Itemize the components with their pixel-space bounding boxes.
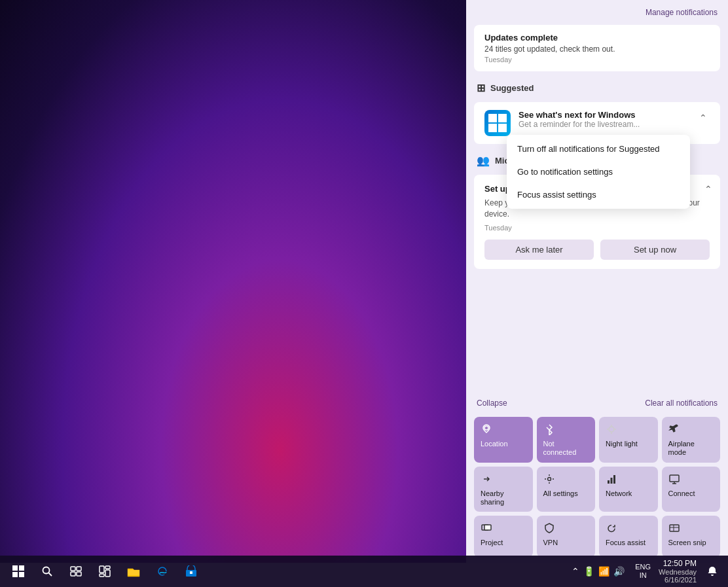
task-view-button[interactable] xyxy=(63,558,89,584)
clear-all-link[interactable]: Clear all notifications xyxy=(645,399,718,408)
svg-rect-25 xyxy=(19,572,24,577)
notification-panel: Manage notifications Updates complete 24… xyxy=(466,0,728,563)
bluetooth-tile-icon xyxy=(543,423,555,437)
qs-tile-all-settings[interactable]: All settings xyxy=(537,467,596,512)
qs-tile-bluetooth[interactable]: Not connected xyxy=(537,417,596,462)
lang-line2: IN xyxy=(635,571,651,580)
svg-rect-2 xyxy=(488,124,497,132)
svg-rect-35 xyxy=(105,570,110,577)
update-time: Tuesday xyxy=(484,56,710,63)
svg-point-4 xyxy=(484,426,488,430)
svg-point-5 xyxy=(609,427,614,432)
clock-time: 12:50 PM xyxy=(659,559,697,568)
start-button[interactable] xyxy=(5,558,31,584)
svg-rect-30 xyxy=(71,572,75,576)
svg-rect-12 xyxy=(611,478,613,484)
svg-rect-14 xyxy=(670,475,679,482)
svg-rect-0 xyxy=(488,114,497,122)
qs-tile-location[interactable]: Location xyxy=(474,417,533,462)
family-card-time: Tuesday xyxy=(484,224,710,232)
update-title: Updates complete xyxy=(484,33,710,43)
volume-icon: 🔊 xyxy=(613,566,625,577)
edge-button[interactable] xyxy=(149,558,175,584)
suggested-section-header: ⊞ Suggested xyxy=(466,74,728,99)
svg-rect-34 xyxy=(100,574,104,577)
collapse-link[interactable]: Collapse xyxy=(477,399,507,408)
widgets-button[interactable] xyxy=(92,558,118,584)
svg-rect-1 xyxy=(498,114,507,122)
context-focus-assist-settings[interactable]: Focus assist settings xyxy=(507,183,690,206)
svg-rect-19 xyxy=(670,525,679,531)
network-tile-icon xyxy=(606,473,617,487)
svg-rect-29 xyxy=(77,567,81,571)
location-tile-icon xyxy=(481,423,492,437)
airplane-tile-icon xyxy=(668,423,680,437)
night-light-tile-icon xyxy=(606,423,617,437)
tray-chevron-icon[interactable]: ⌃ xyxy=(572,566,579,577)
vpn-tile-icon xyxy=(543,522,555,536)
network-tile-label: Network xyxy=(606,489,632,498)
suggested-app-name: See what's next for Windows xyxy=(519,110,689,120)
ask-later-button[interactable]: Ask me later xyxy=(484,240,594,260)
taskbar-right: ⌃ 🔋 📶 🔊 ENG IN 12:50 PM Wednesday 6/16/2… xyxy=(572,559,723,584)
nearby-sharing-tile-icon xyxy=(481,473,492,487)
qs-tile-night-light[interactable]: Night light xyxy=(599,417,658,462)
battery-icon: 🔋 xyxy=(583,566,594,577)
clock-date: Wednesday 6/16/2021 xyxy=(659,568,697,584)
qs-tile-network[interactable]: Network xyxy=(599,467,658,512)
vpn-tile-label: VPN xyxy=(543,539,558,547)
svg-rect-22 xyxy=(12,565,18,571)
connect-tile-icon xyxy=(668,473,680,487)
svg-rect-32 xyxy=(100,566,104,573)
suggested-context-menu: Turn off all notifications for Suggested… xyxy=(507,135,690,209)
svg-rect-28 xyxy=(71,567,75,571)
suggested-chevron-button[interactable]: ⌃ xyxy=(697,110,710,126)
context-turn-off-notifications[interactable]: Turn off all notifications for Suggested xyxy=(507,137,690,160)
notification-center-button[interactable] xyxy=(702,561,723,582)
context-notification-settings[interactable]: Go to notification settings xyxy=(507,160,690,183)
project-tile-icon xyxy=(481,522,492,536)
qs-tile-vpn[interactable]: VPN xyxy=(537,516,596,558)
all-settings-tile-icon xyxy=(543,473,555,487)
nearby-sharing-tile-label: Nearby sharing xyxy=(481,489,526,507)
file-explorer-button[interactable] xyxy=(120,558,147,584)
svg-line-27 xyxy=(49,573,52,577)
desktop-background xyxy=(0,0,466,563)
svg-rect-18 xyxy=(484,525,491,530)
project-tile-label: Project xyxy=(481,539,503,547)
lang-line1: ENG xyxy=(635,563,651,571)
taskbar: ⌃ 🔋 📶 🔊 ENG IN 12:50 PM Wednesday 6/16/2… xyxy=(0,556,728,587)
suggested-card: See what's next for Windows Get a remind… xyxy=(474,102,720,144)
clock[interactable]: 12:50 PM Wednesday 6/16/2021 xyxy=(659,559,697,584)
svg-rect-11 xyxy=(608,480,610,484)
family-card-actions: Ask me later Set up now xyxy=(484,240,710,260)
qs-tile-focus-assist[interactable]: Focus assist xyxy=(599,516,658,558)
focus-assist-tile-icon xyxy=(606,522,617,536)
language-indicator: ENG IN xyxy=(635,563,651,580)
setup-now-button[interactable]: Set up now xyxy=(600,240,710,260)
quick-settings-grid: LocationNot connectedNight lightAirplane… xyxy=(466,414,728,563)
action-bar: Collapse Clear all notifications xyxy=(466,392,728,414)
airplane-tile-label: Airplane mode xyxy=(668,440,714,457)
qs-tile-connect[interactable]: Connect xyxy=(662,467,721,512)
system-tray: ⌃ 🔋 📶 🔊 xyxy=(572,566,625,577)
screen-snip-tile-icon xyxy=(668,522,680,536)
manage-notifications-link[interactable]: Manage notifications xyxy=(466,0,728,22)
night-light-tile-label: Night light xyxy=(606,440,638,448)
qs-tile-airplane[interactable]: Airplane mode xyxy=(662,417,721,462)
qs-tile-nearby-sharing[interactable]: Nearby sharing xyxy=(474,467,533,512)
family-card-chevron[interactable]: ⌃ xyxy=(704,184,712,194)
qs-tile-screen-snip[interactable]: Screen snip xyxy=(662,516,721,558)
all-settings-tile-label: All settings xyxy=(543,489,578,498)
svg-rect-3 xyxy=(498,124,507,132)
network-tray-icon: 📶 xyxy=(598,566,610,577)
update-notification-card: Updates complete 24 titles got updated, … xyxy=(474,25,720,71)
suggested-icon: ⊞ xyxy=(477,82,485,94)
svg-rect-33 xyxy=(105,566,110,569)
qs-tile-project[interactable]: Project xyxy=(474,516,533,558)
store-button[interactable] xyxy=(178,558,204,584)
svg-point-26 xyxy=(43,567,50,574)
screen-snip-tile-label: Screen snip xyxy=(668,539,706,547)
bluetooth-tile-label: Not connected xyxy=(543,440,589,457)
search-button[interactable] xyxy=(34,558,60,584)
